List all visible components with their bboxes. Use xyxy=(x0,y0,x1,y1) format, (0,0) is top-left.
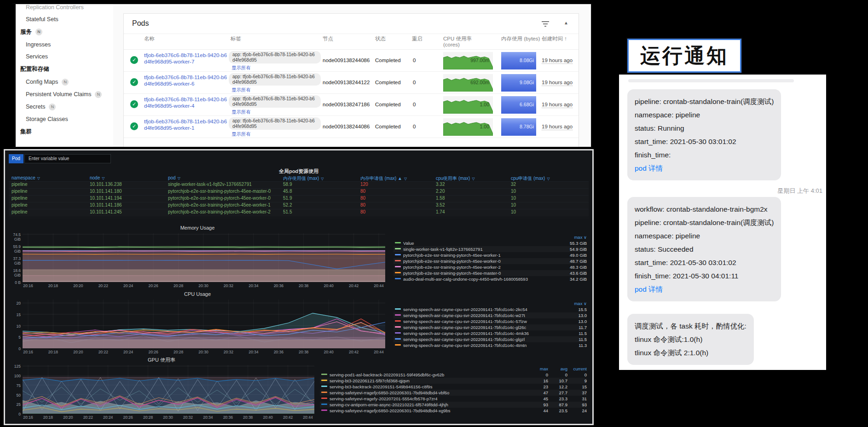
pod-name-link[interactable]: tfjob-6eb376c6-8b78-11eb-9420-b6d4fe968d… xyxy=(144,52,228,65)
sidebar-item-secrets[interactable]: SecretsN xyxy=(16,101,113,113)
sidebar-item-cluster-section[interactable]: 集群 xyxy=(16,125,113,138)
filter-icon[interactable] xyxy=(542,21,549,27)
legend-series-name[interactable]: serving-cv-antiporn-ernie-async-20221022… xyxy=(330,402,448,407)
sidebar-item-storage-classes[interactable]: Storage Classes xyxy=(16,113,113,125)
legend-stat-value: 54.9 GiB xyxy=(563,246,587,252)
column-header: CPU 使用率 (cores) xyxy=(443,36,472,48)
show-all-link[interactable]: 显示所有 xyxy=(231,109,251,115)
legend-stat-value: 11.7 xyxy=(563,324,587,330)
y-axis-label: 18.6 GiB xyxy=(9,268,21,277)
x-axis-label: 20:38 xyxy=(299,283,308,288)
grafana-table-row-partial xyxy=(9,216,589,219)
pod-name-link[interactable]: tfjob-6eb376c6-8b78-11eb-9420-b6d4fe968d… xyxy=(144,74,228,87)
sidebar-item-replication-controllers[interactable]: Replication Controllers xyxy=(16,4,113,13)
legend-series-name[interactable]: serving-safetyevi-rragefjc6850-202206301… xyxy=(330,408,450,413)
legend-series-name[interactable]: serving-speech-asr-cayne-cpu-svr-2022091… xyxy=(403,313,525,318)
x-axis-label: 20:38 xyxy=(243,415,253,420)
pod-detail-link[interactable]: pod 详情 xyxy=(635,162,774,175)
legend-stat-value: 13.0 xyxy=(563,312,587,318)
legend-series-name[interactable]: serving-speech-asr-cayne-cpu-svr-2022091… xyxy=(403,307,527,312)
grafana-table-cell: 1.74 xyxy=(436,209,445,214)
funnel-icon[interactable]: ▽ xyxy=(404,177,407,181)
x-axis-label: 20:24 xyxy=(103,415,113,420)
legend-series-name[interactable]: serving-pod1-asl-backtrack-202209151-59f… xyxy=(330,372,444,377)
legend-series-name[interactable]: serving-speech-asr-cayne-cpu-svr-2022091… xyxy=(403,331,529,336)
legend-series-name[interactable]: serving-bt3-202206121-5f97cfd368-qjqvn xyxy=(330,378,410,383)
funnel-icon[interactable]: ▽ xyxy=(472,177,475,181)
legend-series-name[interactable]: serving-safetyevi-rragefy-202207201-5554… xyxy=(330,396,437,401)
sidebar-item-config-storage-section[interactable]: 配置和存储 xyxy=(16,63,113,76)
legend-series-name[interactable]: audio-deal-multi-asr-calg-undone-copy-44… xyxy=(403,277,528,282)
legend-series-name[interactable]: serving-speech-asr-cayne-cpu-svr-2022091… xyxy=(403,325,526,330)
row-menu-icon[interactable]: ⋮ xyxy=(579,77,579,86)
pod-status: Completed xyxy=(375,124,401,129)
legend-series-name[interactable]: serving-bt3-backtrack-202209151-549b9461… xyxy=(330,384,432,389)
sidebar-item-stateful-sets[interactable]: Stateful Sets xyxy=(16,13,113,25)
sidebar-item-config-maps[interactable]: Config MapsN xyxy=(16,76,113,88)
sidebar-item-persistent-volume-claims[interactable]: Persistent Volume ClaimsN xyxy=(16,88,113,101)
grafana-table-cell: 32 xyxy=(511,182,516,187)
cpu-value: 1.00 xyxy=(480,102,489,107)
legend-stat-header[interactable]: max xyxy=(529,366,548,372)
chart-title: Memory Usage xyxy=(9,225,386,231)
legend-series-name[interactable]: single-worker-task-v1-fq82v-1376652791 xyxy=(403,247,483,252)
y-axis-label: 15 xyxy=(9,312,21,317)
pod-detail-link[interactable]: pod 详情 xyxy=(635,283,774,296)
grafana-column-header[interactable]: 内存使用值 (max)▽ xyxy=(283,175,324,182)
legend-series-name[interactable]: serving-safetyevi-rragefjc6850-202206301… xyxy=(330,390,449,395)
sidebar-item-services[interactable]: Services xyxy=(16,51,113,63)
row-menu-icon[interactable]: ⋮ xyxy=(579,55,579,63)
legend-header-row: max ∨ xyxy=(393,234,587,240)
legend-stat-header[interactable]: avg xyxy=(548,366,567,372)
sidebar-item-services-section[interactable]: 服务N xyxy=(16,25,113,39)
funnel-icon[interactable]: ▽ xyxy=(178,176,180,180)
legend-series-name[interactable]: serving-speech-asr-cayne-cpu-svr-2022091… xyxy=(403,337,525,342)
sidebar-item-label: Services xyxy=(26,53,48,60)
y-axis-label: 50 xyxy=(9,393,21,398)
grafana-column-header[interactable]: namespace▽ xyxy=(12,175,40,180)
show-all-link[interactable]: 显示所有 xyxy=(231,131,251,138)
grafana-column-header[interactable]: cpu申请值 (max)▽ xyxy=(511,175,550,182)
variable-value-input[interactable]: Enter variable value xyxy=(24,154,111,163)
legend-series-name[interactable]: pytorchjob-e2e-ssr-training-pytorch-45ee… xyxy=(403,253,501,258)
status-ok-icon: ✓ xyxy=(130,78,138,86)
message-line: 调度测试，各 task 耗时，酌情优化: xyxy=(635,319,746,333)
legend-series-name[interactable]: pytorchjob-e2e-ssr-training-pytorch-45ee… xyxy=(403,271,501,276)
x-axis-label: 20:38 xyxy=(299,350,308,354)
pod-name-link[interactable]: tfjob-6eb376c6-8b78-11eb-9420-b6d4fe968d… xyxy=(144,96,228,109)
funnel-icon[interactable]: ▽ xyxy=(102,176,104,180)
row-menu-icon[interactable]: ⋮ xyxy=(579,99,579,108)
legend-stat-header[interactable]: max ∨ xyxy=(563,300,587,306)
y-axis-label: 25 xyxy=(9,402,21,407)
funnel-icon[interactable]: ▽ xyxy=(547,177,550,181)
grafana-table-cell: 45.8 xyxy=(283,189,292,194)
legend-row: pytorchjob-e2e-ssr-training-pytorch-45ee… xyxy=(393,258,587,264)
grafana-column-header[interactable]: pod▽ xyxy=(168,175,180,180)
grafana-column-header[interactable]: cpu使用率 (max)▽ xyxy=(436,175,475,182)
show-all-link[interactable]: 显示所有 xyxy=(231,65,251,71)
pod-name-link[interactable]: tfjob-6eb376c6-8b78-11eb-9420-b6d4fe968d… xyxy=(144,118,228,131)
legend-series-name[interactable]: serving-speech-asr-cayne-cpu-svr-2022091… xyxy=(403,319,527,324)
legend-row: serving-cv-antiporn-ernie-async-20221022… xyxy=(320,402,587,408)
collapse-icon[interactable]: ▲ xyxy=(564,20,568,25)
x-axis-label: 20:28 xyxy=(174,350,183,354)
grafana-column-header[interactable]: 内存申请值 (max) ▲▽ xyxy=(360,175,407,182)
row-menu-icon[interactable]: ⋮ xyxy=(579,121,579,130)
grafana-column-header[interactable]: node▽ xyxy=(90,175,104,180)
legend-stat-value: 93 xyxy=(567,402,587,408)
legend-series-name[interactable]: Value xyxy=(403,241,414,246)
sidebar-item-ingresses[interactable]: Ingresses xyxy=(16,39,113,51)
legend-stat-value: 11.3 xyxy=(563,342,587,348)
pod-variable-chip[interactable]: Pod xyxy=(9,154,23,163)
funnel-icon[interactable]: ▽ xyxy=(37,176,40,180)
x-axis-label: 20:28 xyxy=(174,283,183,288)
pod-label-chip: app: tfjob-6eb376c6-8b78-11eb-9420-b6d4f… xyxy=(229,73,321,86)
y-axis-label: 55.9 GiB xyxy=(9,244,21,254)
legend-series-name[interactable]: pytorchjob-e2e-ssr-training-pytorch-45ee… xyxy=(403,259,501,264)
legend-series-name[interactable]: serving-speech-asr-cayne-cpu-svr-2022091… xyxy=(403,343,527,348)
funnel-icon[interactable]: ▽ xyxy=(321,177,324,181)
legend-stat-header[interactable]: current xyxy=(567,366,587,372)
legend-series-name[interactable]: pytorchjob-e2e-ssr-training-pytorch-45ee… xyxy=(403,265,501,270)
show-all-link[interactable]: 显示所有 xyxy=(231,87,251,93)
legend-stat-header[interactable]: max ∨ xyxy=(563,234,587,240)
